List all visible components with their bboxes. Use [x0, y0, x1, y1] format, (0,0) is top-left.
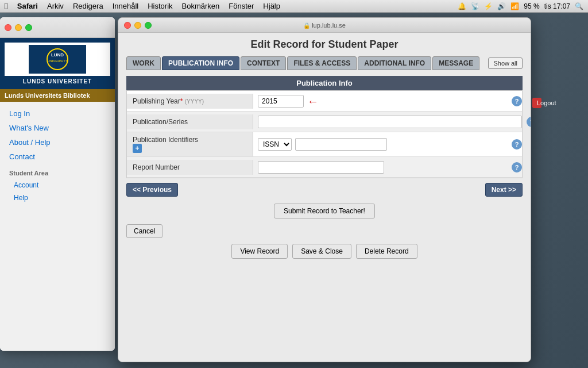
notification-icon[interactable]: 🔔 [458, 2, 466, 10]
publishing-year-label: Publishing Year* (YYYY) [127, 94, 253, 109]
modal-minimize[interactable] [134, 22, 141, 29]
report-number-row: Report Number ? [127, 157, 522, 178]
tab-additional-info[interactable]: ADDITIONAL INFO [358, 56, 431, 70]
publication-series-field [253, 113, 527, 131]
publishing-year-input[interactable] [258, 95, 304, 108]
publishing-year-help[interactable]: ? [512, 96, 522, 106]
battery-label: 95 % [524, 2, 539, 10]
section-header: Publication Info [126, 76, 523, 90]
delete-record-button[interactable]: Delete Record [356, 244, 417, 259]
bottom-buttons: View Record Save & Close Delete Record [126, 244, 523, 259]
report-number-input[interactable] [258, 161, 384, 174]
safari-toolbar [0, 17, 115, 38]
student-area-title: Student Area [0, 164, 115, 179]
publication-identifiers-row: Publication Identifiers + ISSN ISBN DOI … [127, 132, 522, 157]
annotation-arrow: ← [307, 95, 319, 107]
nav-account[interactable]: Account [0, 179, 115, 191]
nav-whats-new[interactable]: What's New [0, 121, 115, 135]
publication-identifiers-label: Publication Identifiers + [127, 132, 253, 156]
wifi-icon[interactable]: 📶 [510, 2, 519, 10]
page-title: Edit Record for Student Paper [126, 39, 523, 51]
tab-context[interactable]: CONTEXT [241, 56, 286, 70]
svg-text:UNIVERSITY: UNIVERSITY [47, 59, 68, 63]
publishing-year-row: Publishing Year* (YYYY) ← ? [127, 91, 522, 112]
add-identifier-button[interactable]: + [133, 144, 142, 153]
publication-series-input[interactable] [258, 116, 522, 128]
minimize-button[interactable] [15, 24, 22, 31]
nav-help[interactable]: Help [0, 191, 115, 204]
clock: tis 17:07 [544, 2, 570, 10]
desktop: LUND UNIVERSITY LUNDS UNIVERSITET Lunds … [0, 13, 588, 368]
identifier-value-input[interactable] [295, 138, 387, 151]
menubar-historik[interactable]: Historik [148, 2, 172, 10]
cancel-button[interactable]: Cancel [126, 224, 163, 238]
submit-button[interactable]: Submit Record to Teacher! [274, 204, 375, 218]
menubar-arkiv[interactable]: Arkiv [47, 2, 64, 10]
save-close-button[interactable]: Save & Close [292, 244, 351, 259]
volume-icon[interactable]: 🔊 [497, 2, 506, 10]
menubar-fonster[interactable]: Fönster [229, 2, 254, 10]
menubar-bokmarken[interactable]: Bokmärken [182, 2, 220, 10]
close-button[interactable] [5, 24, 11, 31]
tab-files-access[interactable]: FILES & ACCESS [287, 56, 357, 70]
svg-text:LUND: LUND [51, 52, 64, 57]
menubar-safari[interactable]: Safari [17, 2, 38, 10]
sidebar-logo: LUND UNIVERSITY LUNDS UNIVERSITET [0, 38, 115, 89]
cancel-row: Cancel [126, 224, 523, 238]
menubar:  Safari Arkiv Redigera Innehåll Histori… [0, 0, 588, 13]
nav-login[interactable]: Log In [0, 106, 115, 121]
identifier-type-select[interactable]: ISSN ISBN DOI [258, 138, 292, 151]
modal-body: Edit Record for Student Paper WORK PUBLI… [118, 33, 531, 362]
modal-window: 🔒 lup.lub.lu.se Edit Record for Student … [118, 17, 531, 362]
action-row: Submit Record to Teacher! [126, 204, 523, 218]
safari-window: LUND UNIVERSITY LUNDS UNIVERSITET Lunds … [0, 17, 115, 351]
airdrop-icon[interactable]: 📡 [471, 2, 479, 10]
sidebar-content: LUND UNIVERSITY LUNDS UNIVERSITET Lunds … [0, 38, 115, 351]
view-record-button[interactable]: View Record [231, 244, 288, 259]
modal-titlebar: 🔒 lup.lub.lu.se [118, 18, 531, 33]
modal-maximize[interactable] [145, 22, 152, 29]
nav-about-help[interactable]: About / Help [0, 135, 115, 150]
next-button[interactable]: Next >> [485, 183, 523, 197]
tab-message[interactable]: MESSAGE [432, 56, 479, 70]
maximize-button[interactable] [25, 24, 32, 31]
modal-url: 🔒 lup.lub.lu.se [303, 22, 346, 29]
menubar-hjalp[interactable]: Hjälp [263, 2, 280, 10]
show-all-button[interactable]: Show all [488, 57, 523, 69]
library-bar: Lunds Universitets Bibliotek [0, 89, 115, 102]
menubar-innehall[interactable]: Innehåll [113, 2, 139, 10]
sidebar-nav: Log In What's New About / Help Contact S… [0, 102, 115, 209]
form-container: Publishing Year* (YYYY) ← ? Publication/… [126, 90, 523, 178]
report-number-label: Report Number [127, 160, 253, 175]
publication-series-row: Publication/Series ? [127, 112, 522, 132]
nav-row: << Previous Next >> [126, 183, 523, 197]
publication-identifiers-field: ISSN ISBN DOI [253, 136, 512, 153]
publishing-year-field: ← [253, 93, 512, 110]
tab-work[interactable]: WORK [126, 56, 161, 70]
menubar-right: 🔔 📡 ⚡ 🔊 📶 95 % tis 17:07 🔍 [458, 2, 583, 10]
search-icon[interactable]: 🔍 [575, 2, 583, 10]
publication-series-label: Publication/Series [127, 114, 253, 129]
report-number-field [253, 159, 512, 176]
tabs-row: WORK PUBLICATION INFO CONTEXT FILES & AC… [126, 56, 523, 70]
logo-container: LUND UNIVERSITY [5, 43, 110, 76]
modal-close[interactable] [124, 22, 131, 29]
bluetooth-icon[interactable]: ⚡ [484, 2, 493, 10]
university-name: LUNDS UNIVERSITET [5, 78, 110, 85]
nav-contact[interactable]: Contact [0, 150, 115, 164]
menubar-redigera[interactable]: Redigera [73, 2, 103, 10]
report-number-help[interactable]: ? [512, 162, 522, 172]
previous-button[interactable]: << Previous [126, 183, 178, 197]
publication-series-help[interactable]: ? [527, 117, 531, 127]
tab-publication-info[interactable]: PUBLICATION INFO [162, 56, 239, 70]
lund-university-logo: LUND UNIVERSITY [29, 45, 86, 74]
logout-button[interactable]: Logout [532, 98, 541, 108]
apple-menu[interactable]:  [5, 1, 8, 12]
identifiers-help[interactable]: ? [512, 139, 522, 150]
